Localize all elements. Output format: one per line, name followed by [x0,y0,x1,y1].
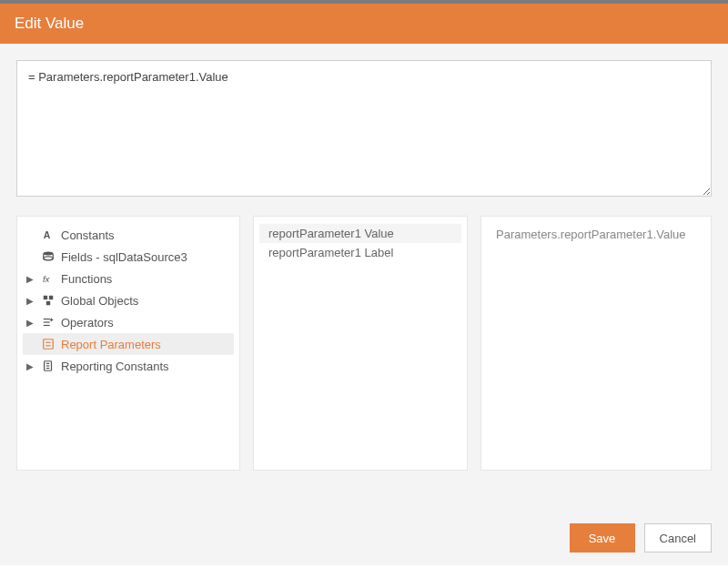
globals-icon [41,293,56,308]
repconst-icon [41,359,56,373]
tree-label: Reporting Constants [61,360,230,373]
expression-input[interactable] [16,60,712,197]
tree-item-fields[interactable]: ▶ Fields - sqlDataSource3 [23,246,234,268]
tree-label: Constants [61,228,230,242]
tree-item-global-objects[interactable]: ▶ Global Objects [23,289,234,311]
svg-point-1 [44,252,54,256]
svg-point-2 [44,257,54,260]
operators-icon [41,315,56,329]
dialog-body: ▶ A Constants ▶ Fields - sqlDataSource3 … [0,44,728,487]
tree-label: Functions [61,272,230,286]
panels-row: ▶ A Constants ▶ Fields - sqlDataSource3 … [16,216,712,471]
detail-panel: Parameters.reportParameter1.Value [480,216,712,471]
save-button[interactable]: Save [570,523,635,553]
expand-icon[interactable]: ▶ [25,318,35,328]
svg-text:fx: fx [43,274,51,284]
svg-rect-6 [46,301,50,305]
dialog-header: Edit Value [0,4,728,44]
tree-item-report-parameters[interactable]: ▶ Report Parameters [23,333,234,355]
tree-item-reporting-constants[interactable]: ▶ Reporting Constants [23,355,234,377]
tree-item-functions[interactable]: ▶ fx Functions [23,268,234,289]
svg-rect-12 [44,340,54,350]
tree-item-constants[interactable]: ▶ A Constants [23,224,234,246]
constants-icon: A [41,228,56,242]
svg-text:A: A [44,229,51,240]
items-list-panel: reportParameter1 Value reportParameter1 … [253,216,468,471]
tree-label: Global Objects [61,294,230,308]
list-item[interactable]: reportParameter1 Value [259,224,461,243]
svg-rect-4 [44,296,47,299]
tree-label: Operators [61,316,230,329]
fields-icon [41,249,56,264]
functions-icon: fx [41,271,56,286]
category-tree-panel: ▶ A Constants ▶ Fields - sqlDataSource3 … [16,216,240,471]
cancel-button[interactable]: Cancel [644,523,712,553]
detail-text: Parameters.reportParameter1.Value [487,224,705,245]
list-item[interactable]: reportParameter1 Label [259,243,461,262]
dialog-footer: Save Cancel [0,487,728,565]
tree-label: Fields - sqlDataSource3 [61,250,230,264]
dialog-title: Edit Value [15,15,84,32]
expand-icon[interactable]: ▶ [25,274,35,284]
expand-icon[interactable]: ▶ [25,296,35,306]
params-icon [41,337,56,351]
tree-label: Report Parameters [61,338,230,351]
svg-rect-5 [49,296,53,299]
tree-item-operators[interactable]: ▶ Operators [23,311,234,333]
expand-icon[interactable]: ▶ [25,361,35,371]
